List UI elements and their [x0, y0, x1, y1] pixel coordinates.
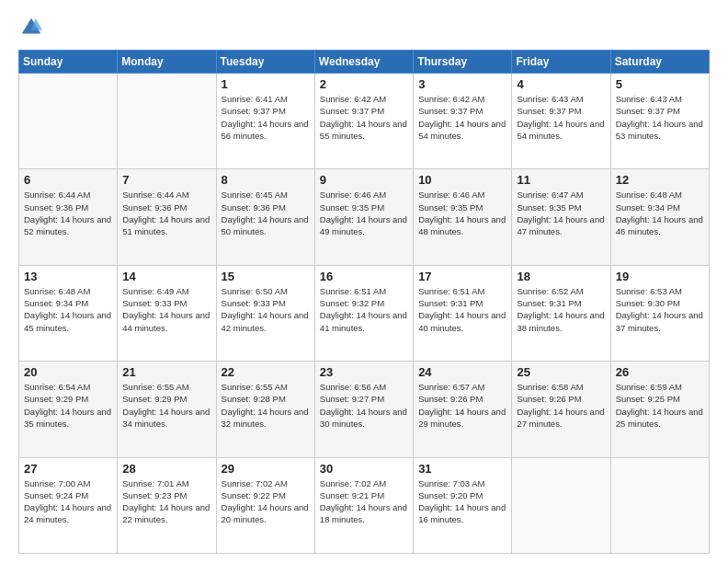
day-cell: 12Sunrise: 6:48 AM Sunset: 9:34 PM Dayli…	[610, 169, 709, 265]
day-cell: 23Sunrise: 6:56 AM Sunset: 9:27 PM Dayli…	[314, 362, 413, 457]
day-number: 5	[616, 77, 704, 91]
day-info: Sunrise: 6:55 AM Sunset: 9:28 PM Dayligh…	[222, 381, 310, 430]
day-cell: 9Sunrise: 6:46 AM Sunset: 9:35 PM Daylig…	[314, 169, 413, 265]
day-cell: 7Sunrise: 6:44 AM Sunset: 9:36 PM Daylig…	[118, 169, 216, 265]
day-info: Sunrise: 6:44 AM Sunset: 9:36 PM Dayligh…	[122, 189, 210, 237]
day-info: Sunrise: 6:53 AM Sunset: 9:30 PM Dayligh…	[616, 285, 704, 334]
day-number: 31	[418, 462, 506, 476]
day-number: 21	[122, 365, 210, 379]
day-number: 27	[24, 462, 112, 476]
day-number: 20	[24, 365, 112, 379]
day-info: Sunrise: 7:03 AM Sunset: 9:20 PM Dayligh…	[418, 477, 506, 526]
weekday-header-saturday: Saturday	[610, 51, 709, 74]
day-cell: 24Sunrise: 6:57 AM Sunset: 9:26 PM Dayli…	[414, 362, 512, 457]
day-info: Sunrise: 6:57 AM Sunset: 9:26 PM Dayligh…	[418, 381, 506, 430]
day-cell: 10Sunrise: 6:46 AM Sunset: 9:35 PM Dayli…	[414, 169, 512, 265]
day-cell: 26Sunrise: 6:59 AM Sunset: 9:25 PM Dayli…	[610, 362, 709, 457]
day-number: 8	[222, 173, 310, 187]
day-cell: 5Sunrise: 6:43 AM Sunset: 9:37 PM Daylig…	[610, 74, 709, 169]
day-cell: 25Sunrise: 6:58 AM Sunset: 9:26 PM Dayli…	[512, 362, 610, 457]
day-info: Sunrise: 6:56 AM Sunset: 9:27 PM Dayligh…	[320, 381, 408, 430]
day-number: 16	[320, 270, 408, 283]
day-info: Sunrise: 7:01 AM Sunset: 9:23 PM Dayligh…	[122, 477, 210, 526]
week-row-3: 13Sunrise: 6:48 AM Sunset: 9:34 PM Dayli…	[19, 265, 710, 361]
day-info: Sunrise: 6:58 AM Sunset: 9:26 PM Dayligh…	[517, 381, 605, 430]
weekday-header-wednesday: Wednesday	[314, 51, 413, 74]
day-number: 2	[320, 77, 408, 91]
day-cell: 21Sunrise: 6:55 AM Sunset: 9:29 PM Dayli…	[118, 362, 216, 457]
day-cell: 19Sunrise: 6:53 AM Sunset: 9:30 PM Dayli…	[610, 265, 709, 361]
day-cell: 1Sunrise: 6:41 AM Sunset: 9:37 PM Daylig…	[216, 74, 314, 169]
day-number: 3	[418, 77, 506, 91]
day-cell	[118, 74, 216, 169]
calendar-table: SundayMondayTuesdayWednesdayThursdayFrid…	[18, 50, 710, 554]
day-number: 26	[616, 365, 704, 379]
week-row-2: 6Sunrise: 6:44 AM Sunset: 9:36 PM Daylig…	[19, 169, 710, 265]
day-info: Sunrise: 7:02 AM Sunset: 9:22 PM Dayligh…	[222, 477, 310, 526]
day-number: 22	[222, 365, 310, 379]
day-info: Sunrise: 6:52 AM Sunset: 9:31 PM Dayligh…	[517, 285, 605, 334]
day-info: Sunrise: 6:49 AM Sunset: 9:33 PM Dayligh…	[122, 285, 210, 334]
day-number: 18	[517, 270, 605, 283]
day-cell: 18Sunrise: 6:52 AM Sunset: 9:31 PM Dayli…	[512, 265, 610, 361]
day-info: Sunrise: 6:44 AM Sunset: 9:36 PM Dayligh…	[24, 189, 112, 237]
weekday-header-monday: Monday	[118, 51, 216, 74]
weekday-header-tuesday: Tuesday	[216, 51, 314, 74]
day-info: Sunrise: 6:51 AM Sunset: 9:31 PM Dayligh…	[418, 285, 506, 334]
day-cell: 27Sunrise: 7:00 AM Sunset: 9:24 PM Dayli…	[19, 457, 118, 553]
day-cell: 22Sunrise: 6:55 AM Sunset: 9:28 PM Dayli…	[216, 362, 314, 457]
day-number: 9	[320, 173, 408, 187]
day-info: Sunrise: 7:00 AM Sunset: 9:24 PM Dayligh…	[24, 477, 112, 526]
day-cell: 14Sunrise: 6:49 AM Sunset: 9:33 PM Dayli…	[118, 265, 216, 361]
day-info: Sunrise: 6:51 AM Sunset: 9:32 PM Dayligh…	[320, 285, 408, 334]
week-row-4: 20Sunrise: 6:54 AM Sunset: 9:29 PM Dayli…	[19, 362, 710, 457]
day-cell: 29Sunrise: 7:02 AM Sunset: 9:22 PM Dayli…	[216, 457, 314, 553]
day-cell: 30Sunrise: 7:02 AM Sunset: 9:21 PM Dayli…	[314, 457, 413, 553]
day-number: 1	[222, 77, 310, 91]
day-cell: 31Sunrise: 7:03 AM Sunset: 9:20 PM Dayli…	[414, 457, 512, 553]
day-number: 6	[24, 173, 112, 187]
day-number: 13	[24, 270, 112, 283]
day-cell: 2Sunrise: 6:42 AM Sunset: 9:37 PM Daylig…	[314, 74, 413, 169]
day-info: Sunrise: 6:46 AM Sunset: 9:35 PM Dayligh…	[418, 189, 506, 237]
day-cell: 15Sunrise: 6:50 AM Sunset: 9:33 PM Dayli…	[216, 265, 314, 361]
day-number: 12	[616, 173, 704, 187]
day-number: 4	[517, 77, 605, 91]
day-info: Sunrise: 6:55 AM Sunset: 9:29 PM Dayligh…	[122, 381, 210, 430]
day-number: 11	[517, 173, 605, 187]
day-info: Sunrise: 6:48 AM Sunset: 9:34 PM Dayligh…	[24, 285, 112, 334]
logo	[18, 15, 46, 40]
day-info: Sunrise: 7:02 AM Sunset: 9:21 PM Dayligh…	[320, 477, 408, 526]
week-row-5: 27Sunrise: 7:00 AM Sunset: 9:24 PM Dayli…	[19, 457, 710, 553]
day-info: Sunrise: 6:50 AM Sunset: 9:33 PM Dayligh…	[222, 285, 310, 334]
weekday-header-thursday: Thursday	[414, 51, 512, 74]
day-cell	[19, 74, 118, 169]
day-cell: 20Sunrise: 6:54 AM Sunset: 9:29 PM Dayli…	[19, 362, 118, 457]
day-info: Sunrise: 6:42 AM Sunset: 9:37 PM Dayligh…	[418, 93, 506, 142]
day-info: Sunrise: 6:41 AM Sunset: 9:37 PM Dayligh…	[222, 93, 310, 142]
day-cell: 4Sunrise: 6:43 AM Sunset: 9:37 PM Daylig…	[512, 74, 610, 169]
day-info: Sunrise: 6:47 AM Sunset: 9:35 PM Dayligh…	[517, 189, 605, 237]
day-cell	[512, 457, 610, 553]
day-number: 17	[418, 270, 506, 283]
day-number: 23	[320, 365, 408, 379]
day-cell: 11Sunrise: 6:47 AM Sunset: 9:35 PM Dayli…	[512, 169, 610, 265]
day-number: 25	[517, 365, 605, 379]
logo-icon	[18, 15, 44, 40]
day-info: Sunrise: 6:54 AM Sunset: 9:29 PM Dayligh…	[24, 381, 112, 430]
day-number: 10	[418, 173, 506, 187]
day-cell: 17Sunrise: 6:51 AM Sunset: 9:31 PM Dayli…	[414, 265, 512, 361]
weekday-header-friday: Friday	[512, 51, 610, 74]
day-info: Sunrise: 6:42 AM Sunset: 9:37 PM Dayligh…	[320, 93, 408, 142]
day-info: Sunrise: 6:43 AM Sunset: 9:37 PM Dayligh…	[517, 93, 605, 142]
day-info: Sunrise: 6:59 AM Sunset: 9:25 PM Dayligh…	[616, 381, 704, 430]
week-row-1: 1Sunrise: 6:41 AM Sunset: 9:37 PM Daylig…	[19, 74, 710, 169]
day-cell: 6Sunrise: 6:44 AM Sunset: 9:36 PM Daylig…	[19, 169, 118, 265]
day-number: 28	[122, 462, 210, 476]
day-number: 15	[222, 270, 310, 283]
day-number: 30	[320, 462, 408, 476]
day-cell: 13Sunrise: 6:48 AM Sunset: 9:34 PM Dayli…	[19, 265, 118, 361]
day-cell: 16Sunrise: 6:51 AM Sunset: 9:32 PM Dayli…	[314, 265, 413, 361]
weekday-header-row: SundayMondayTuesdayWednesdayThursdayFrid…	[19, 51, 710, 74]
day-number: 24	[418, 365, 506, 379]
